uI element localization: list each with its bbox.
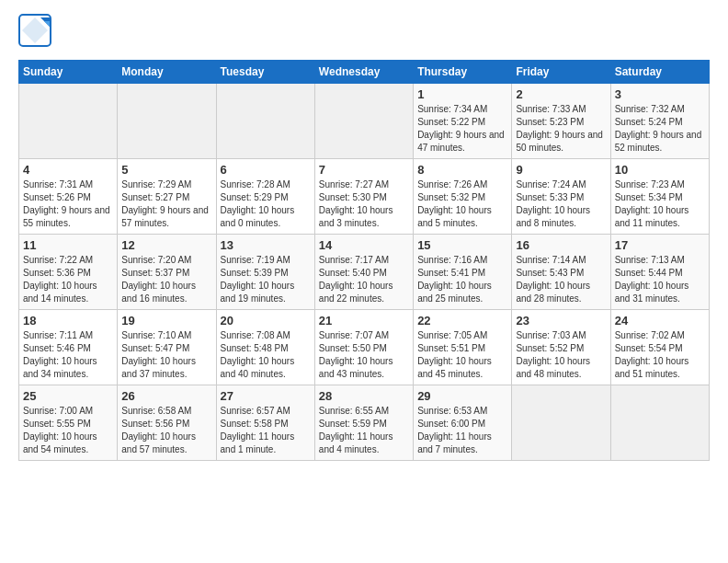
day-number: 24 [615, 314, 705, 327]
day-number: 6 [221, 163, 311, 177]
day-info: Sunrise: 6:58 AM Sunset: 5:56 PM Dayligh… [121, 405, 211, 456]
day-number: 29 [417, 389, 507, 403]
calendar-cell: 14Sunrise: 7:17 AM Sunset: 5:40 PM Dayli… [314, 235, 413, 310]
day-number: 11 [23, 238, 113, 252]
calendar-cell: 3Sunrise: 7:32 AM Sunset: 5:24 PM Daylig… [610, 84, 709, 159]
day-number: 4 [23, 163, 113, 177]
day-info: Sunrise: 7:17 AM Sunset: 5:40 PM Dayligh… [319, 254, 409, 305]
day-number: 3 [615, 87, 705, 101]
calendar-cell: 26Sunrise: 6:58 AM Sunset: 5:56 PM Dayli… [118, 385, 216, 461]
day-info: Sunrise: 7:03 AM Sunset: 5:52 PM Dayligh… [516, 329, 606, 381]
calendar-cell [118, 84, 216, 159]
day-number: 28 [319, 389, 409, 403]
day-number: 8 [417, 163, 507, 177]
calendar-cell: 5Sunrise: 7:29 AM Sunset: 5:27 PM Daylig… [118, 159, 216, 235]
day-info: Sunrise: 7:31 AM Sunset: 5:26 PM Dayligh… [23, 178, 113, 230]
calendar-cell: 28Sunrise: 6:55 AM Sunset: 5:59 PM Dayli… [314, 385, 413, 461]
day-info: Sunrise: 7:02 AM Sunset: 5:54 PM Dayligh… [615, 329, 705, 381]
logo [18, 14, 55, 51]
calendar-cell: 19Sunrise: 7:10 AM Sunset: 5:47 PM Dayli… [118, 310, 216, 385]
calendar-cell: 11Sunrise: 7:22 AM Sunset: 5:36 PM Dayli… [19, 235, 118, 310]
calendar-cell: 27Sunrise: 6:57 AM Sunset: 5:58 PM Dayli… [216, 385, 314, 461]
calendar-header: SundayMondayTuesdayWednesdayThursdayFrid… [19, 61, 710, 84]
day-info: Sunrise: 7:00 AM Sunset: 5:55 PM Dayligh… [23, 405, 113, 456]
calendar-cell: 29Sunrise: 6:53 AM Sunset: 6:00 PM Dayli… [414, 385, 512, 461]
day-number: 10 [615, 163, 705, 177]
calendar-cell: 6Sunrise: 7:28 AM Sunset: 5:29 PM Daylig… [216, 159, 314, 235]
day-number: 26 [121, 389, 211, 403]
day-number: 20 [221, 314, 311, 327]
calendar-table: SundayMondayTuesdayWednesdayThursdayFrid… [18, 60, 710, 461]
day-info: Sunrise: 6:57 AM Sunset: 5:58 PM Dayligh… [221, 405, 311, 456]
calendar-cell: 24Sunrise: 7:02 AM Sunset: 5:54 PM Dayli… [610, 310, 709, 385]
day-info: Sunrise: 7:32 AM Sunset: 5:24 PM Dayligh… [615, 103, 705, 155]
calendar-cell: 16Sunrise: 7:14 AM Sunset: 5:43 PM Dayli… [512, 235, 610, 310]
day-number: 25 [23, 389, 113, 403]
day-number: 16 [516, 238, 606, 252]
day-number: 7 [319, 163, 409, 177]
day-info: Sunrise: 7:26 AM Sunset: 5:32 PM Dayligh… [417, 178, 507, 230]
calendar-week-row: 25Sunrise: 7:00 AM Sunset: 5:55 PM Dayli… [19, 385, 710, 461]
day-info: Sunrise: 7:23 AM Sunset: 5:34 PM Dayligh… [615, 178, 705, 230]
day-info: Sunrise: 7:10 AM Sunset: 5:47 PM Dayligh… [121, 329, 211, 381]
calendar-cell: 1Sunrise: 7:34 AM Sunset: 5:22 PM Daylig… [414, 84, 512, 159]
calendar-cell: 17Sunrise: 7:13 AM Sunset: 5:44 PM Dayli… [610, 235, 709, 310]
calendar-cell: 7Sunrise: 7:27 AM Sunset: 5:30 PM Daylig… [314, 159, 413, 235]
day-info: Sunrise: 7:20 AM Sunset: 5:37 PM Dayligh… [121, 254, 211, 305]
calendar-cell: 10Sunrise: 7:23 AM Sunset: 5:34 PM Dayli… [610, 159, 709, 235]
day-info: Sunrise: 7:19 AM Sunset: 5:39 PM Dayligh… [221, 254, 311, 305]
day-info: Sunrise: 7:16 AM Sunset: 5:41 PM Dayligh… [417, 254, 507, 305]
day-info: Sunrise: 7:08 AM Sunset: 5:48 PM Dayligh… [221, 329, 311, 381]
weekday-header-monday: Monday [118, 61, 216, 84]
calendar-cell: 2Sunrise: 7:33 AM Sunset: 5:23 PM Daylig… [512, 84, 610, 159]
calendar-week-row: 1Sunrise: 7:34 AM Sunset: 5:22 PM Daylig… [19, 84, 710, 159]
weekday-header-tuesday: Tuesday [216, 61, 314, 84]
calendar-container: SundayMondayTuesdayWednesdayThursdayFrid… [0, 0, 728, 470]
calendar-cell: 4Sunrise: 7:31 AM Sunset: 5:26 PM Daylig… [19, 159, 118, 235]
weekday-header-saturday: Saturday [610, 61, 709, 84]
calendar-cell: 23Sunrise: 7:03 AM Sunset: 5:52 PM Dayli… [512, 310, 610, 385]
header [18, 14, 710, 51]
day-info: Sunrise: 7:22 AM Sunset: 5:36 PM Dayligh… [23, 254, 113, 305]
day-number: 2 [516, 87, 606, 101]
calendar-cell: 12Sunrise: 7:20 AM Sunset: 5:37 PM Dayli… [118, 235, 216, 310]
day-info: Sunrise: 7:33 AM Sunset: 5:23 PM Dayligh… [516, 103, 606, 155]
calendar-cell [19, 84, 118, 159]
day-number: 15 [417, 238, 507, 252]
day-number: 9 [516, 163, 606, 177]
svg-marker-1 [22, 17, 48, 43]
day-number: 18 [23, 314, 113, 327]
day-number: 19 [121, 314, 211, 327]
calendar-cell: 8Sunrise: 7:26 AM Sunset: 5:32 PM Daylig… [414, 159, 512, 235]
calendar-cell [610, 385, 709, 461]
calendar-cell: 9Sunrise: 7:24 AM Sunset: 5:33 PM Daylig… [512, 159, 610, 235]
day-info: Sunrise: 7:34 AM Sunset: 5:22 PM Dayligh… [417, 103, 507, 155]
calendar-cell: 25Sunrise: 7:00 AM Sunset: 5:55 PM Dayli… [19, 385, 118, 461]
day-info: Sunrise: 7:24 AM Sunset: 5:33 PM Dayligh… [516, 178, 606, 230]
day-info: Sunrise: 7:07 AM Sunset: 5:50 PM Dayligh… [319, 329, 409, 381]
day-number: 12 [121, 238, 211, 252]
svg-marker-3 [44, 21, 50, 27]
weekday-header-friday: Friday [512, 61, 610, 84]
calendar-cell [512, 385, 610, 461]
calendar-cell: 13Sunrise: 7:19 AM Sunset: 5:39 PM Dayli… [216, 235, 314, 310]
weekday-header-thursday: Thursday [414, 61, 512, 84]
day-number: 5 [121, 163, 211, 177]
day-info: Sunrise: 7:28 AM Sunset: 5:29 PM Dayligh… [221, 178, 311, 230]
day-number: 22 [417, 314, 507, 327]
calendar-cell: 15Sunrise: 7:16 AM Sunset: 5:41 PM Dayli… [414, 235, 512, 310]
day-info: Sunrise: 6:55 AM Sunset: 5:59 PM Dayligh… [319, 405, 409, 456]
day-info: Sunrise: 6:53 AM Sunset: 6:00 PM Dayligh… [417, 405, 507, 456]
day-number: 21 [319, 314, 409, 327]
calendar-cell: 21Sunrise: 7:07 AM Sunset: 5:50 PM Dayli… [314, 310, 413, 385]
day-number: 13 [221, 238, 311, 252]
day-number: 17 [615, 238, 705, 252]
calendar-cell: 20Sunrise: 7:08 AM Sunset: 5:48 PM Dayli… [216, 310, 314, 385]
calendar-cell: 18Sunrise: 7:11 AM Sunset: 5:46 PM Dayli… [19, 310, 118, 385]
day-info: Sunrise: 7:11 AM Sunset: 5:46 PM Dayligh… [23, 329, 113, 381]
day-number: 14 [319, 238, 409, 252]
day-number: 23 [516, 314, 606, 327]
day-info: Sunrise: 7:29 AM Sunset: 5:27 PM Dayligh… [121, 178, 211, 230]
logo-icon [18, 14, 51, 47]
calendar-cell [216, 84, 314, 159]
